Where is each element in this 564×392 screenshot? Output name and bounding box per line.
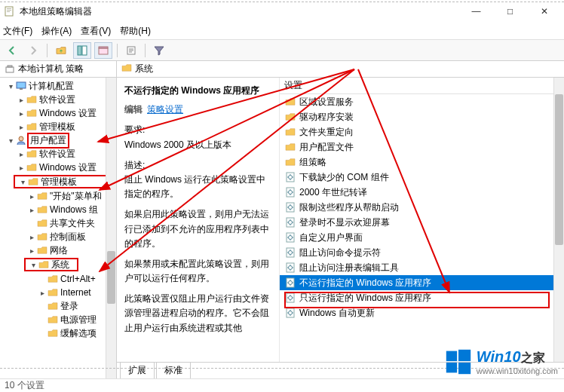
folder-icon: [121, 63, 132, 75]
tree-network[interactable]: ▸网络: [0, 243, 116, 257]
list-item[interactable]: 文件夹重定向: [280, 124, 564, 139]
list-item-label: 只运行指定的 Windows 应用程序: [296, 292, 431, 305]
menu-help[interactable]: 帮助(H): [120, 25, 151, 38]
list-scrollbar[interactable]: [553, 78, 564, 362]
list-item[interactable]: 登录时不显示欢迎屏幕: [280, 215, 564, 230]
list-item[interactable]: 下载缺少的 COM 组件: [280, 170, 564, 185]
up-button[interactable]: [52, 42, 70, 59]
setting-icon: [284, 172, 296, 182]
tree-mitigation[interactable]: 缓解选项: [0, 326, 116, 340]
tree-windows-settings-1[interactable]: ▸Windows 设置: [0, 106, 116, 120]
tab-extended[interactable]: 扩展: [120, 362, 155, 378]
list-item-label: Windows 自动更新: [296, 307, 375, 320]
svg-rect-7: [99, 47, 108, 48]
tree-software-settings-1[interactable]: ▸软件设置: [0, 93, 116, 106]
minimize-button[interactable]: ―: [459, 0, 493, 23]
tree-header[interactable]: 本地计算机 策略: [0, 61, 116, 78]
description-text-1: 阻止 Windows 运行在此策略设置中指定的程序。: [124, 174, 265, 199]
svg-rect-5: [82, 46, 87, 55]
svg-rect-2: [7, 10, 11, 11]
folder-icon: [26, 122, 38, 131]
titlebar: 本地组策略编辑器 ― □ ✕: [0, 0, 564, 23]
folder-icon: [36, 219, 48, 228]
tree-windows-settings-2[interactable]: ▸Windows 设置: [0, 161, 116, 174]
watermark-brand: Win10: [477, 348, 521, 365]
folder-icon: [36, 232, 48, 241]
list-item[interactable]: 2000 年世纪转译: [280, 185, 564, 200]
detail-column: 不运行指定的 Windows 应用程序 编辑策略设置 要求:Windows 20…: [117, 78, 279, 362]
setting-icon: [284, 187, 296, 198]
folder-icon: [284, 142, 296, 152]
requirements-label: 要求:: [124, 124, 145, 135]
svg-rect-3: [7, 11, 10, 12]
svg-rect-11: [17, 82, 26, 88]
tab-standard[interactable]: 标准: [156, 362, 191, 378]
folder-icon: [26, 163, 38, 172]
svg-rect-10: [8, 66, 12, 67]
list-item[interactable]: 限制这些程序从帮助启动: [280, 200, 564, 215]
list-item[interactable]: 阻止访问命令提示符: [280, 245, 564, 260]
main-header-label: 系统: [135, 63, 153, 75]
menubar: 文件(F) 操作(A) 查看(V) 帮助(H): [0, 23, 564, 39]
tree-logon[interactable]: 登录: [0, 299, 116, 313]
list-item[interactable]: 组策略: [280, 155, 564, 170]
tree-admin-templates-2[interactable]: ▾管理模板: [14, 175, 113, 188]
list-item[interactable]: 自定义用户界面: [280, 230, 564, 245]
list-item[interactable]: 用户配置文件: [280, 139, 564, 155]
list-item-label: 阻止访问命令提示符: [296, 247, 381, 259]
edit-policy-link[interactable]: 策略设置: [147, 104, 183, 115]
main-pane: 系统 不运行指定的 Windows 应用程序 编辑策略设置 要求:Windows…: [117, 61, 564, 378]
description-text-2: 如果启用此策略设置，则用户无法运行已添加到不允许的应用程序列表中的程序。: [124, 207, 271, 251]
list-item[interactable]: 区域设置服务: [280, 94, 564, 109]
menu-view[interactable]: 查看(V): [81, 25, 111, 38]
list-body[interactable]: 区域设置服务驱动程序安装文件夹重定向用户配置文件组策略下载缺少的 COM 组件2…: [280, 94, 564, 320]
tree-scrollbar[interactable]: [106, 78, 116, 378]
folder-icon: [26, 95, 38, 104]
tree-body[interactable]: ▾计算机配置 ▸软件设置 ▸Windows 设置 ▸管理模板 ▾用户配置 ▸软件…: [0, 78, 116, 341]
tree-pane: 本地计算机 策略 ▾计算机配置 ▸软件设置 ▸Windows 设置 ▸管理模板 …: [0, 61, 117, 378]
tree-ctrl-alt[interactable]: Ctrl+Alt+: [0, 272, 116, 286]
tree-start-menu[interactable]: ▸"开始"菜单和: [0, 189, 116, 203]
app-icon: [3, 5, 15, 17]
filter-button[interactable]: [150, 42, 168, 59]
tree-admin-templates-1[interactable]: ▸管理模板: [0, 120, 116, 133]
list-item[interactable]: 只运行指定的 Windows 应用程序: [280, 290, 564, 305]
maximize-button[interactable]: □: [493, 0, 527, 23]
tree-user-config[interactable]: ▾用户配置: [0, 133, 116, 147]
toolbar: [0, 39, 564, 60]
tree-windows-components[interactable]: ▸Windows 组: [0, 203, 116, 216]
description-label: 描述:: [124, 160, 145, 170]
menu-action[interactable]: 操作(A): [41, 25, 72, 38]
tree-internet[interactable]: ▸Internet: [0, 286, 116, 299]
export-button[interactable]: [122, 42, 140, 59]
setting-icon: [284, 277, 296, 288]
window-title: 本地组策略编辑器: [20, 5, 459, 18]
folder-icon: [47, 274, 59, 283]
list-item-label: 区域设置服务: [296, 96, 354, 109]
tree-shared-folders[interactable]: 共享文件夹: [0, 216, 116, 230]
tree-system[interactable]: ▾系统: [24, 258, 78, 271]
tree-control-panel[interactable]: ▸控制面板: [0, 230, 116, 243]
list-item[interactable]: Windows 自动更新: [280, 305, 564, 320]
tree-power-mgmt[interactable]: 电源管理: [0, 313, 116, 326]
tree-computer-config[interactable]: ▾计算机配置: [0, 79, 116, 93]
properties-button[interactable]: [94, 42, 112, 59]
content-area: 本地计算机 策略 ▾计算机配置 ▸软件设置 ▸Windows 设置 ▸管理模板 …: [0, 60, 564, 378]
close-button[interactable]: ✕: [527, 0, 561, 23]
tree-software-settings-2[interactable]: ▸软件设置: [0, 147, 116, 161]
list-item-label: 下载缺少的 COM 组件: [296, 171, 389, 184]
list-item[interactable]: 阻止访问注册表编辑工具: [280, 260, 564, 275]
menu-file[interactable]: 文件(F): [3, 25, 32, 38]
watermark-suffix: 之家: [521, 351, 545, 364]
folder-icon: [284, 97, 296, 106]
list-item[interactable]: 驱动程序安装: [280, 109, 564, 124]
list-header[interactable]: 设置: [280, 78, 564, 94]
list-item[interactable]: 不运行指定的 Windows 应用程序: [280, 275, 564, 290]
forward-button[interactable]: [24, 42, 42, 59]
svg-rect-4: [78, 46, 81, 55]
statusbar: 10 个设置: [0, 378, 564, 392]
show-hide-tree-button[interactable]: [73, 42, 91, 59]
computer-icon: [15, 81, 27, 90]
back-button[interactable]: [3, 42, 21, 59]
requirements-text: Windows 2000 及以上版本: [124, 139, 231, 150]
